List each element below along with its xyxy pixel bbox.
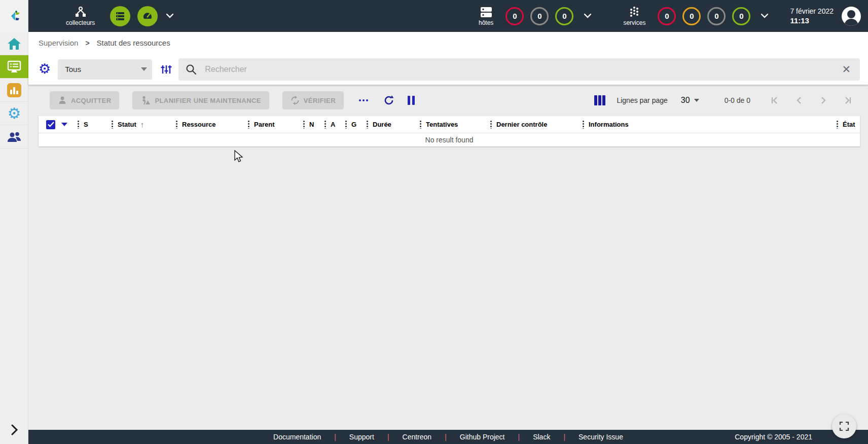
rows-per-page-label: Lignes par page (617, 96, 667, 104)
pollers-expand-button[interactable] (163, 9, 177, 23)
bar-chart-icon (7, 83, 22, 98)
pause-auto-refresh-button[interactable] (408, 96, 415, 105)
footer-link-support[interactable]: Support (349, 433, 374, 441)
footer-link-centreon[interactable]: Centreon (403, 433, 432, 441)
drag-handle-icon[interactable] (490, 120, 492, 129)
acknowledge-button[interactable]: ACQUITTER (50, 91, 119, 109)
poller-list-icon (115, 11, 126, 22)
user-avatar[interactable] (842, 7, 861, 26)
footer-link-documentation[interactable]: Documentation (273, 433, 321, 441)
advanced-filter-button[interactable] (160, 63, 172, 76)
services-unknown-counter[interactable]: 0 (707, 7, 726, 25)
next-page-button[interactable] (818, 95, 828, 105)
column-header-a[interactable]: A (324, 120, 345, 129)
sidebar-item-reporting[interactable] (0, 79, 28, 102)
edit-columns-button[interactable] (594, 95, 605, 105)
footer-link-slack[interactable]: Slack (533, 433, 550, 441)
services-expand-button[interactable] (757, 9, 772, 23)
filter-type-select[interactable]: Tous (58, 59, 152, 80)
first-page-button[interactable] (770, 95, 780, 105)
breadcrumb-current-page[interactable]: Statut des ressources (97, 39, 170, 47)
pagination-range: 0-0 de 0 (725, 96, 750, 104)
breadcrumb-supervision[interactable]: Supervision (39, 39, 78, 47)
downtime-button[interactable]: PLANIFIER UNE MAINTENANCE (132, 91, 269, 109)
rows-per-page-select[interactable]: 30 (681, 96, 699, 105)
current-time: 11:13 (790, 16, 834, 26)
sidebar-expand-button[interactable] (0, 420, 28, 440)
fullscreen-button[interactable] (832, 414, 856, 438)
refresh-button[interactable] (383, 95, 394, 106)
sidebar-item-configuration[interactable]: ⚙ (0, 102, 28, 125)
previous-page-button[interactable] (794, 95, 804, 105)
column-header-informations[interactable]: Informations (583, 120, 837, 129)
filter-settings-gear-icon[interactable]: ⚙ (39, 62, 51, 76)
sidebar-item-administration[interactable] (0, 125, 28, 149)
hosts-unreachable-counter[interactable]: 0 (530, 7, 549, 25)
footer-separator: | (518, 433, 520, 441)
footer-separator: | (445, 433, 447, 441)
drag-handle-icon[interactable] (345, 120, 347, 129)
drag-handle-icon[interactable] (837, 120, 838, 129)
last-page-icon (843, 95, 853, 105)
drag-handle-icon[interactable] (583, 120, 584, 129)
column-header-g[interactable]: G (345, 120, 367, 129)
drag-handle-icon[interactable] (367, 120, 368, 129)
sidebar-item-supervision[interactable] (0, 55, 28, 79)
drag-handle-icon[interactable] (324, 120, 326, 129)
chevron-down-icon (584, 14, 591, 18)
column-header-ressource[interactable]: Ressource (176, 120, 248, 129)
more-actions-button[interactable] (359, 99, 368, 101)
avatar-body (844, 19, 858, 26)
column-header-severity[interactable]: S (78, 120, 112, 129)
column-label: Statut (118, 121, 136, 128)
fullscreen-icon (839, 421, 849, 431)
users-icon (7, 131, 22, 143)
column-header-tentatives[interactable]: Tentatives (420, 120, 490, 129)
hosts-up-counter[interactable]: 0 (555, 7, 573, 25)
column-header-parent[interactable]: Parent (248, 120, 303, 129)
last-page-button[interactable] (843, 95, 853, 105)
services-menu[interactable]: services (623, 6, 645, 26)
chevron-right-icon (10, 424, 18, 435)
footer: Documentation | Support | Centreon | Git… (28, 430, 868, 444)
drag-handle-icon[interactable] (78, 120, 79, 129)
drag-handle-icon[interactable] (303, 120, 305, 129)
column-header-n[interactable]: N (303, 120, 324, 129)
column-label: Informations (589, 121, 629, 128)
chevron-right-icon (818, 95, 828, 105)
drag-handle-icon[interactable] (176, 120, 177, 129)
hosts-down-counter[interactable]: 0 (505, 7, 524, 25)
hosts-menu[interactable]: hôtes (479, 6, 493, 26)
services-ok-counter[interactable]: 0 (732, 7, 750, 25)
collecteurs-icon (74, 6, 87, 18)
centreon-logo[interactable] (0, 0, 28, 32)
check-button[interactable]: VÉRIFIER (282, 91, 344, 109)
search-input[interactable] (205, 65, 840, 74)
search-field[interactable]: ✕ (178, 58, 860, 81)
services-warning-counter[interactable]: 0 (682, 7, 701, 25)
clear-search-icon[interactable]: ✕ (840, 63, 853, 76)
drag-handle-icon[interactable] (420, 120, 421, 129)
gauge-status-button[interactable] (137, 6, 158, 26)
column-header-dernier-controle[interactable]: Dernier contrôle (490, 120, 583, 129)
select-all-cell (46, 120, 78, 129)
hosts-unreachable-count: 0 (537, 12, 541, 20)
poller-status-button[interactable] (110, 6, 130, 26)
column-header-duree[interactable]: Durée (367, 120, 420, 129)
sidebar-item-home[interactable] (0, 32, 28, 55)
hosts-expand-button[interactable] (581, 9, 595, 23)
select-all-checkbox[interactable] (46, 120, 55, 129)
column-header-statut[interactable]: Statut ↑ (112, 120, 176, 129)
drag-handle-icon[interactable] (248, 120, 249, 129)
copyright-text: Copyright © 2005 - 2021 (735, 433, 812, 441)
column-header-etat[interactable]: État (837, 120, 860, 129)
services-critical-counter[interactable]: 0 (658, 7, 676, 25)
footer-link-github[interactable]: Github Project (460, 433, 505, 441)
main-content: Supervision > Statut des ressources ⚙ To… (28, 32, 868, 430)
selection-menu-caret-icon[interactable] (61, 123, 67, 126)
pollers-menu[interactable]: collecteurs (66, 6, 95, 26)
drag-handle-icon[interactable] (112, 120, 113, 129)
column-label: Parent (254, 121, 274, 128)
footer-link-security[interactable]: Security Issue (578, 433, 623, 441)
downtime-label: PLANIFIER UNE MAINTENANCE (155, 97, 261, 104)
